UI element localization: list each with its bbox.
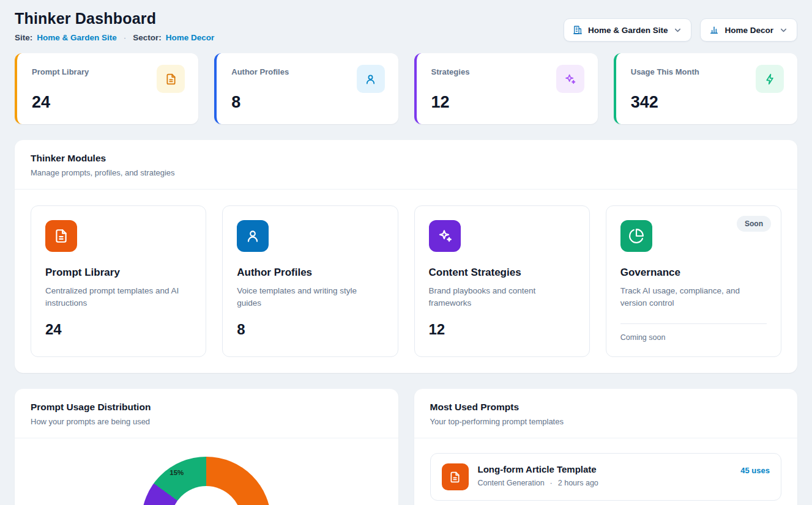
list-item-prompt[interactable]: Long-form Article Template Content Gener… xyxy=(430,453,782,501)
stat-value: 12 xyxy=(431,93,584,112)
stat-label: Usage This Month xyxy=(631,65,699,76)
module-description: Track AI usage, compliance, and version … xyxy=(620,285,767,310)
sparkles-icon xyxy=(556,65,584,93)
most-used-prompts-card: Most Used Prompts Your top-performing pr… xyxy=(414,389,798,505)
header-selectors: Home & Garden Site Home Decor xyxy=(564,18,797,42)
donut-hole xyxy=(171,486,242,505)
module-card-governance[interactable]: Soon Governance Track AI usage, complian… xyxy=(606,205,781,357)
site-selector-dropdown[interactable]: Home & Garden Site xyxy=(564,18,692,42)
person-icon xyxy=(237,220,269,252)
prompt-text: Long-form Article Template Content Gener… xyxy=(478,463,598,490)
site-selector-value: Home & Garden Site xyxy=(588,26,668,35)
coming-soon-text: Coming soon xyxy=(620,333,767,342)
stats-row: Prompt Library 24 Author Profiles 8 Stra… xyxy=(15,53,797,124)
donut-chart: 15% xyxy=(141,457,271,505)
prompt-time: 2 hours ago xyxy=(558,479,598,487)
document-icon xyxy=(45,220,77,252)
sector-selector-value: Home Decor xyxy=(724,26,773,35)
prompt-title: Long-form Article Template xyxy=(478,464,598,474)
stat-card-strategies: Strategies 12 xyxy=(414,53,598,124)
separator-dot: · xyxy=(550,479,553,487)
stat-label: Author Profiles xyxy=(231,65,289,76)
module-count: 8 xyxy=(237,321,383,338)
modules-title: Thinker Modules xyxy=(31,153,781,164)
prompt-category: Content Generation xyxy=(478,479,545,487)
site-label: Site: xyxy=(15,33,32,42)
page-header: Thinker Dashboard Site: Home & Garden Si… xyxy=(15,10,797,42)
stat-card-prompt-library: Prompt Library 24 xyxy=(15,53,198,124)
donut-segment-label: 15% xyxy=(169,469,184,476)
module-description: Voice templates and writing style guides xyxy=(237,285,383,310)
sparkles-icon xyxy=(429,220,461,252)
document-icon xyxy=(442,463,469,490)
thinker-modules-panel: Thinker Modules Manage prompts, profiles… xyxy=(15,140,797,373)
document-icon xyxy=(157,65,185,93)
usage-subtitle: How your prompts are being used xyxy=(31,417,382,426)
module-title: Author Profiles xyxy=(237,267,383,279)
sector-label: Sector: xyxy=(133,33,162,42)
module-card-author-profiles[interactable]: Author Profiles Voice templates and writ… xyxy=(222,205,398,357)
prompt-list: Long-form Article Template Content Gener… xyxy=(414,438,798,505)
most-used-subtitle: Your top-performing prompt templates xyxy=(430,417,782,426)
divider xyxy=(620,323,767,324)
module-description: Centralized prompt templates and AI inst… xyxy=(45,285,192,310)
sector-selector-dropdown[interactable]: Home Decor xyxy=(700,18,797,42)
chevron-down-icon xyxy=(779,26,788,35)
sector-link[interactable]: Home Decor xyxy=(166,33,215,42)
page-title: Thinker Dashboard xyxy=(15,10,214,28)
module-card-content-strategies[interactable]: Content Strategies Brand playbooks and c… xyxy=(414,205,590,357)
most-used-title: Most Used Prompts xyxy=(430,402,782,413)
building-icon xyxy=(573,25,583,35)
most-used-header: Most Used Prompts Your top-performing pr… xyxy=(414,389,798,438)
module-title: Prompt Library xyxy=(45,267,192,279)
stat-label: Prompt Library xyxy=(32,65,89,76)
module-count: 24 xyxy=(45,321,192,338)
separator-dot: · xyxy=(124,33,127,42)
stat-label: Strategies xyxy=(431,65,470,76)
modules-grid: Prompt Library Centralized prompt templa… xyxy=(15,190,797,373)
stat-value: 342 xyxy=(631,93,784,112)
module-card-prompt-library[interactable]: Prompt Library Centralized prompt templa… xyxy=(31,205,206,357)
usage-card-header: Prompt Usage Distribution How your promp… xyxy=(15,389,398,438)
modules-subtitle: Manage prompts, profiles, and strategies xyxy=(31,168,781,177)
usage-title: Prompt Usage Distribution xyxy=(31,402,382,413)
modules-panel-header: Thinker Modules Manage prompts, profiles… xyxy=(15,140,797,190)
chevron-down-icon xyxy=(673,26,682,35)
bar-chart-icon xyxy=(709,25,719,35)
module-title: Governance xyxy=(620,267,767,279)
prompt-meta: Content Generation · 2 hours ago xyxy=(478,479,598,487)
person-icon xyxy=(357,65,385,93)
site-link[interactable]: Home & Garden Site xyxy=(37,33,117,42)
dashboard-page: Thinker Dashboard Site: Home & Garden Si… xyxy=(0,0,812,505)
header-left: Thinker Dashboard Site: Home & Garden Si… xyxy=(15,10,214,42)
breadcrumb: Site: Home & Garden Site · Sector: Home … xyxy=(15,33,214,42)
pie-chart-icon xyxy=(620,220,652,252)
donut-chart-area: 15% xyxy=(15,438,398,505)
soon-badge: Soon xyxy=(737,216,771,232)
stat-card-author-profiles: Author Profiles 8 xyxy=(214,53,398,124)
module-count: 12 xyxy=(429,321,575,338)
stat-value: 8 xyxy=(231,93,384,112)
usage-distribution-card: Prompt Usage Distribution How your promp… xyxy=(15,389,398,505)
stat-card-usage: Usage This Month 342 xyxy=(614,53,797,124)
stat-value: 24 xyxy=(32,93,185,112)
module-title: Content Strategies xyxy=(429,267,575,279)
module-description: Brand playbooks and content frameworks xyxy=(429,285,575,310)
bottom-row: Prompt Usage Distribution How your promp… xyxy=(15,389,797,505)
prompt-uses-badge: 45 uses xyxy=(740,463,770,490)
lightning-icon xyxy=(756,65,784,93)
